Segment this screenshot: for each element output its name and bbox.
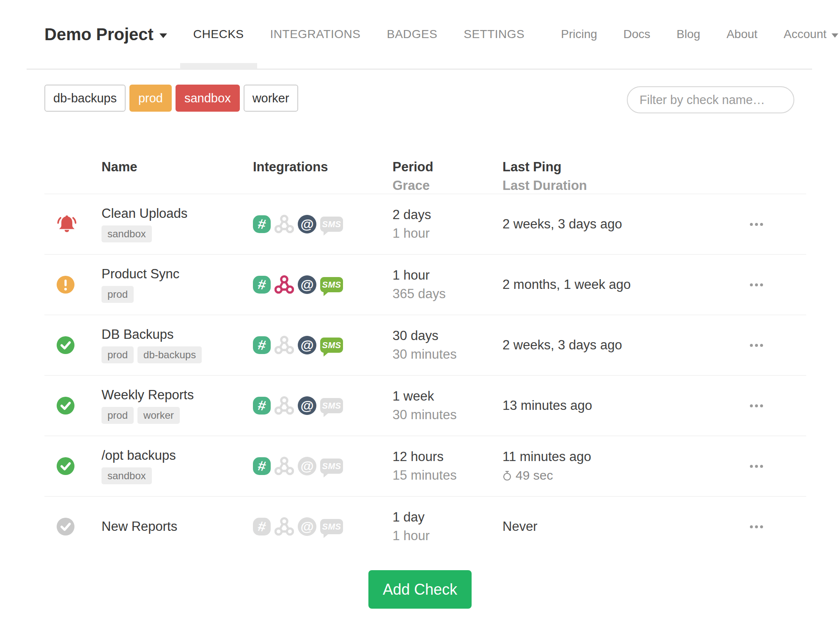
row-menu-button[interactable] [747, 218, 766, 231]
project-name: Demo Project [44, 25, 154, 44]
check-tag: sandbox [102, 467, 152, 484]
email-icon: @ [298, 396, 316, 415]
integration-icons: # @SMS [253, 335, 393, 355]
check-tags: proddb-backups [102, 346, 253, 363]
chevron-down-icon [159, 33, 167, 38]
check-tag: prod [102, 346, 134, 363]
tab-checks[interactable]: CHECKS [193, 27, 244, 41]
period-value: 12 hours [393, 448, 502, 466]
status-alert-bell-icon [56, 214, 77, 234]
check-tag: db-backups [137, 346, 202, 363]
row-menu-button[interactable] [747, 520, 766, 533]
sms-icon: SMS [320, 277, 343, 292]
search-input[interactable] [627, 86, 794, 113]
period-value: 1 week [393, 387, 502, 406]
row-menu-button[interactable] [747, 460, 766, 473]
column-header-period: Period Grace [393, 158, 502, 195]
check-tags: prod [102, 286, 253, 303]
slack-icon: # [253, 336, 271, 354]
check-tag: prod [102, 286, 134, 303]
tag-filter-sandbox[interactable]: sandbox [176, 85, 240, 112]
nav-link-about[interactable]: About [727, 27, 758, 41]
column-header-last-duration: Last Duration [502, 176, 699, 195]
last-ping-value: 2 months, 1 week ago [502, 275, 699, 294]
last-ping-value: 13 minutes ago [502, 396, 699, 415]
table-row: Clean Uploads sandbox # @SMS 2 days 1 ho… [44, 194, 806, 254]
grace-value: 15 minutes [393, 466, 502, 485]
tab-integrations[interactable]: INTEGRATIONS [270, 27, 361, 41]
grace-value: 30 minutes [393, 406, 502, 424]
stopwatch-icon [502, 470, 512, 481]
grace-value: 1 hour [393, 527, 502, 545]
check-name[interactable]: New Reports [102, 519, 253, 534]
check-name[interactable]: Product Sync [102, 266, 253, 282]
row-menu-button[interactable] [747, 278, 766, 291]
chevron-down-icon [832, 33, 838, 38]
check-name[interactable]: Weekly Reports [102, 387, 253, 403]
nav-link-blog[interactable]: Blog [677, 27, 700, 41]
email-icon: @ [298, 336, 316, 354]
row-menu-button[interactable] [747, 339, 766, 352]
integration-icons: # @SMS [253, 396, 393, 415]
project-switcher[interactable]: Demo Project [44, 25, 167, 44]
integration-icons: # @SMS [253, 275, 393, 294]
nav-link-account[interactable]: Account [784, 27, 838, 41]
check-tag: sandbox [102, 225, 152, 242]
webhook-icon [275, 456, 294, 476]
tag-filter-worker[interactable]: worker [244, 85, 298, 112]
table-row: Product Sync prod # @SMS 1 hour 365 days… [44, 254, 806, 315]
slack-icon: # [253, 215, 271, 233]
check-tag: worker [137, 407, 180, 424]
last-ping-value: 2 weeks, 3 days ago [502, 215, 699, 233]
add-check-button[interactable]: Add Check [368, 570, 472, 609]
checks-table: Name Integrations Period Grace Last Ping… [44, 158, 806, 557]
email-icon: @ [298, 215, 316, 233]
column-header-grace: Grace [393, 176, 502, 195]
sms-icon: SMS [320, 519, 343, 534]
integration-icons: # @SMS [253, 517, 393, 536]
table-row: DB Backups proddb-backups # @SMS 30 days… [44, 315, 806, 375]
slack-icon: # [253, 397, 271, 415]
period-value: 1 day [393, 508, 502, 527]
slack-icon: # [253, 276, 271, 294]
webhook-icon [275, 275, 294, 294]
tab-settings[interactable]: SETTINGS [464, 27, 524, 41]
integration-icons: # @SMS [253, 456, 393, 476]
period-value: 2 days [393, 206, 502, 224]
integration-icons: # @SMS [253, 214, 393, 234]
table-row: Weekly Reports prodworker # @SMS 1 week … [44, 375, 806, 436]
nav-divider [27, 69, 812, 70]
slack-icon: # [253, 457, 271, 475]
email-icon: @ [298, 457, 316, 475]
status-new-icon [56, 517, 75, 536]
email-icon: @ [298, 517, 316, 536]
sms-icon: SMS [320, 459, 343, 474]
row-menu-button[interactable] [747, 399, 766, 412]
slack-icon: # [253, 518, 271, 535]
webhook-icon [275, 396, 294, 415]
grace-value: 365 days [393, 285, 502, 303]
status-up-icon [56, 457, 75, 475]
webhook-icon [275, 517, 294, 536]
check-name[interactable]: Clean Uploads [102, 206, 253, 221]
nav-tabs: CHECKSINTEGRATIONSBADGESSETTINGS [167, 27, 524, 41]
nav-links: PricingDocsBlogAboutAccount [524, 27, 838, 41]
tag-filter-db-backups[interactable]: db-backups [44, 85, 126, 112]
check-name[interactable]: DB Backups [102, 327, 253, 342]
grace-value: 1 hour [393, 224, 502, 243]
tab-badges[interactable]: BADGES [387, 27, 438, 41]
last-ping-value: 11 minutes ago [502, 448, 699, 466]
column-header-last-ping: Last Ping Last Duration [502, 158, 699, 195]
tag-filter-prod[interactable]: prod [129, 85, 172, 112]
check-tags: sandbox [102, 467, 253, 484]
nav-link-pricing[interactable]: Pricing [561, 27, 597, 41]
check-tag: prod [102, 407, 134, 424]
period-value: 1 hour [393, 266, 502, 285]
table-header: Name Integrations Period Grace Last Ping… [44, 158, 806, 194]
nav-link-docs[interactable]: Docs [623, 27, 651, 41]
sms-icon: SMS [320, 398, 343, 413]
top-navigation: Demo Project CHECKSINTEGRATIONSBADGESSET… [0, 0, 840, 70]
email-icon: @ [298, 275, 316, 294]
status-up-icon [56, 396, 75, 415]
check-name[interactable]: /opt backups [102, 448, 253, 463]
